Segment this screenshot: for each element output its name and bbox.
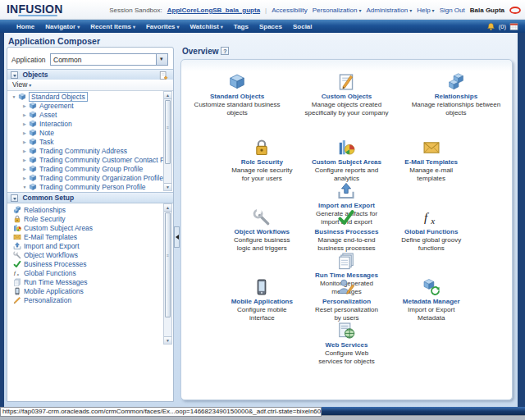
session-sandbox-link[interactable]: ApplCoreLongSB_bala_gupta [167,7,260,14]
sign-out-link[interactable]: Sign Out [440,7,465,14]
nav-spaces[interactable]: Spaces [259,23,282,30]
notifications-bell-icon[interactable] [486,22,495,31]
cube-icon [228,73,246,91]
sidebar-collapse-handle[interactable] [174,226,180,248]
chevron-down-icon [408,7,412,14]
application-select[interactable]: Common [50,53,168,66]
overview-item-global-functions[interactable]: Global Functions Define global groovy fu… [390,208,472,252]
nav-tags[interactable]: Tags [234,23,249,30]
expand-icon[interactable] [21,183,29,191]
help-menu[interactable]: Help [417,7,434,14]
setup-item-mobile-applications[interactable]: Mobile Applications [7,287,163,296]
collapse-icon[interactable] [11,194,18,202]
expand-icon[interactable] [21,111,29,120]
overview-item-standard-objects[interactable]: Standard Objects Customize standard busi… [185,73,290,116]
tree-item-trading-community-group-profile[interactable]: Trading Community Group Profile [7,165,163,174]
tree-item-asset[interactable]: Asset [7,111,163,120]
tree-item-note[interactable]: Note [7,129,163,138]
administration-menu[interactable]: Administration [366,7,412,14]
scroll-down-button[interactable] [164,183,171,190]
cube-icon [29,138,37,146]
overview-item-email-templates[interactable]: E-Mail Templates Manage e-mail templates [390,139,472,182]
tree-scrollbar[interactable] [163,91,172,191]
cube-icon [29,102,37,110]
common-setup-list: Relationships Role Security Custom Subje… [7,203,163,345]
view-menu-button[interactable]: View [12,80,31,89]
overview-item-relationships[interactable]: Relationships Manage relationships betwe… [403,73,509,116]
expand-icon[interactable] [21,120,29,129]
notification-count: (0) [499,23,506,30]
page-title: Application Composer [8,36,100,46]
overview-item-business-processes[interactable]: Business Processes Manage end-to-end bus… [306,208,387,252]
overview-item-metadata-manager[interactable]: Metadata Manager Import or Export Metada… [390,278,472,322]
expand-icon[interactable] [21,156,29,165]
scroll-up-button[interactable] [164,92,171,99]
overview-item-personalization[interactable]: Personalization Reset personalization by… [306,278,387,322]
overview-item-mobile-applications[interactable]: Mobile Applications Configure mobile int… [221,278,303,322]
fx-function-icon [422,208,441,226]
main-navbar: Home Navigator Recent Items Favorites Wa… [0,20,525,33]
collapse-icon[interactable] [11,71,18,79]
tree-item-agreement[interactable]: Agreement [7,102,163,111]
expand-icon[interactable] [21,138,29,147]
tree-item-trading-community-organization-profile[interactable]: Trading Community Organization Profile [7,174,163,183]
objects-section-header[interactable]: Objects [7,69,173,80]
overview-item-web-services[interactable]: Web Services Configure Web services for … [306,322,387,365]
setup-item-global-functions[interactable]: Global Functions [7,269,163,278]
setup-item-custom-subject-areas[interactable]: Custom Subject Areas [7,224,163,233]
personalization-menu[interactable]: Personalization [313,7,362,14]
expand-icon[interactable] [10,93,18,102]
chevron-down-icon [131,23,135,30]
nav-social[interactable]: Social [293,23,313,30]
overview-item-role-security[interactable]: Role Security Manage role security for y… [221,139,303,182]
nav-recent-items[interactable]: Recent Items [90,23,135,30]
cube-icon [18,93,26,101]
chevron-down-icon [176,23,180,30]
cube-icon [29,111,37,119]
cube-icon [29,129,37,137]
expand-icon[interactable] [21,174,29,183]
setup-item-personalization[interactable]: Personalization [7,296,163,305]
expand-icon[interactable] [21,129,29,138]
setup-item-run-time-messages[interactable]: Run Time Messages [7,278,163,287]
cube-icon [29,183,37,191]
setup-item-business-processes[interactable]: Business Processes [7,260,163,269]
calendar-icon[interactable] [509,22,518,31]
application-composer-window: INFUSION Session Sandbox: ApplCoreLongSB… [0,0,525,420]
nav-favorites[interactable]: Favorites [146,23,180,30]
nav-home[interactable]: Home [16,23,34,30]
expand-icon[interactable] [21,102,29,111]
common-setup-scrollbar[interactable] [163,203,172,345]
scrollbar-thumb[interactable] [165,100,171,164]
chevron-down-icon [431,7,435,14]
wrench-icon [13,251,21,259]
chevron-down-icon [156,54,167,65]
setup-item-import-and-export[interactable]: Import and Export [7,242,163,251]
accessibility-link[interactable]: Accessibility [272,7,308,14]
expand-icon[interactable] [21,165,29,174]
tree-item-task[interactable]: Task [7,138,163,147]
tree-item-standard-objects[interactable]: Standard Objects [7,93,163,102]
setup-item-email-templates[interactable]: E-Mail Templates [7,233,163,242]
overview-item-custom-subject-areas[interactable]: Custom Subject Areas Configure reports a… [306,139,387,182]
nav-navigator[interactable]: Navigator [45,23,80,30]
tree-item-trading-community-person-profile[interactable]: Trading Community Person Profile [7,183,163,191]
scroll-up-button[interactable] [164,204,171,212]
expand-icon[interactable] [21,147,29,156]
tree-toolbar: View [7,80,173,91]
nav-watchlist[interactable]: Watchlist [190,23,223,30]
setup-item-relationships[interactable]: Relationships [7,206,163,215]
overview-item-object-workflows[interactable]: Object Workflows Configure business logi… [221,208,303,252]
common-setup-section-header[interactable]: Common Setup [7,192,173,203]
tree-item-interaction[interactable]: Interaction [7,120,163,129]
lock-icon [13,215,21,223]
setup-item-object-workflows[interactable]: Object Workflows [7,251,163,260]
tree-item-trading-community-customer-contact-profile[interactable]: Trading Community Customer Contact Profi… [7,156,163,165]
overview-card: Standard Objects Customize standard busi… [180,59,513,400]
overview-item-custom-objects[interactable]: Custom Objects Manage objects created sp… [294,73,399,116]
tree-item-trading-community-address[interactable]: Trading Community Address [7,147,163,156]
scroll-down-button[interactable] [164,336,171,344]
scrollbar-thumb[interactable] [165,212,171,317]
setup-item-role-security[interactable]: Role Security [7,215,163,224]
help-icon[interactable]: ? [221,47,229,55]
